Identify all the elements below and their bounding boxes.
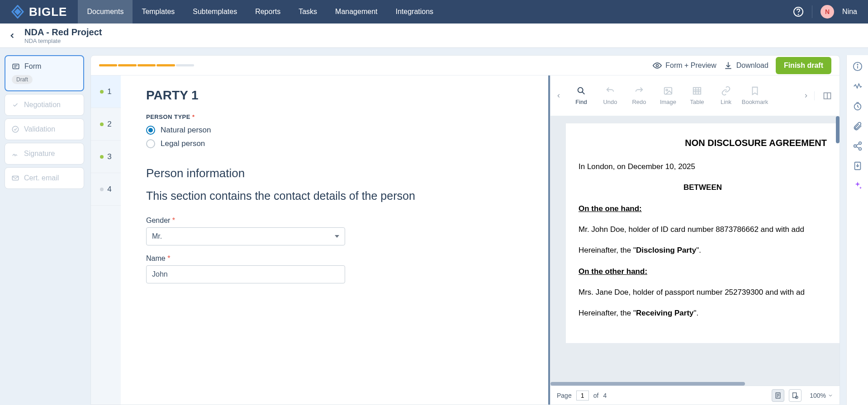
svg-rect-4	[13, 64, 19, 69]
toolbar-layout[interactable]	[814, 91, 840, 100]
svg-rect-14	[693, 88, 701, 94]
mail-icon	[11, 174, 19, 182]
clock-icon[interactable]	[853, 101, 863, 111]
form-icon	[12, 62, 20, 71]
attachment-icon[interactable]	[853, 121, 863, 131]
nav-templates[interactable]: Templates	[133, 0, 184, 24]
check-circle-icon	[11, 125, 19, 133]
activity-icon[interactable]	[853, 81, 863, 91]
radio-label: Natural person	[161, 126, 211, 135]
document-page: NON DISCLOSURE AGREEMENT In London, on D…	[566, 123, 840, 343]
toolbar-next[interactable]	[798, 93, 814, 99]
svg-point-13	[666, 89, 668, 91]
back-icon[interactable]	[8, 32, 16, 40]
svg-point-29	[857, 64, 858, 65]
undo-icon	[605, 86, 615, 96]
help-icon[interactable]	[793, 6, 804, 17]
brand-icon	[11, 5, 24, 19]
doc-scrollbar-h[interactable]	[550, 382, 745, 386]
nav-subtemplates[interactable]: Subtemplates	[184, 0, 246, 24]
page-title: NDA - Red Project	[24, 27, 102, 38]
step-2[interactable]: 2	[91, 108, 121, 141]
nav-reports[interactable]: Reports	[246, 0, 289, 24]
name-input[interactable]	[146, 265, 345, 283]
nav-divider	[812, 5, 812, 18]
nav-tasks[interactable]: Tasks	[289, 0, 326, 24]
breadcrumb: NDA - Red Project NDA template	[0, 24, 868, 48]
nav-management[interactable]: Management	[326, 0, 386, 24]
download-button[interactable]: Download	[724, 61, 768, 70]
step-4[interactable]: 4	[91, 173, 121, 206]
toolbar-prev[interactable]	[550, 93, 567, 99]
radio-label: Legal person	[161, 139, 205, 148]
doc-between: BETWEEN	[579, 182, 827, 193]
main: Form Draft Negotiation Validation Signat…	[0, 48, 868, 405]
form-preview-button[interactable]: Form + Preview	[653, 61, 716, 70]
sidebar-item-validation[interactable]: Validation	[5, 118, 84, 140]
radio-legal-person[interactable]: Legal person	[146, 139, 523, 148]
svg-point-9	[656, 64, 659, 66]
svg-point-36	[859, 148, 861, 151]
toolbar-bookmark[interactable]: Bookmark	[740, 86, 769, 105]
username[interactable]: Nina	[842, 8, 857, 16]
bookmark-icon	[750, 86, 760, 96]
page-label: Page	[557, 392, 572, 399]
nav-items: Documents Templates Subtemplates Reports…	[78, 0, 442, 24]
nav-documents[interactable]: Documents	[78, 0, 133, 24]
zoom-value: 100%	[810, 392, 826, 399]
chevron-down-icon	[828, 393, 833, 398]
sidebar-item-negotiation[interactable]: Negotiation	[5, 94, 84, 116]
status-badge: Draft	[12, 75, 33, 84]
sidebar-item-signature[interactable]: Signature	[5, 143, 84, 165]
svg-line-11	[582, 92, 584, 94]
doc-line: In London, on December 10, 2025	[579, 161, 827, 173]
toolbar-redo[interactable]: Redo	[625, 86, 654, 105]
nav-integrations[interactable]: Integrations	[386, 0, 442, 24]
doc-paragraph: Mrs. Jane Doe, holder of passport number…	[579, 287, 827, 298]
toolbar-find[interactable]: Find	[567, 86, 596, 105]
avatar[interactable]: N	[821, 5, 834, 19]
progress-bar	[99, 64, 194, 66]
step-1[interactable]: 1	[91, 75, 121, 108]
svg-line-32	[858, 107, 859, 108]
sidebar-item-form[interactable]: Form Draft	[5, 55, 84, 91]
svg-marker-1	[14, 9, 21, 15]
radio-natural-person[interactable]: Natural person	[146, 126, 523, 135]
gender-select[interactable]: Mr.	[146, 227, 345, 245]
view-mode-button[interactable]	[772, 389, 784, 402]
document-view[interactable]: NON DISCLOSURE AGREEMENT In London, on D…	[550, 116, 840, 405]
sidebar-item-certemail[interactable]: Cert. email	[5, 167, 84, 189]
image-icon	[663, 86, 673, 96]
toolbar-link[interactable]: Link	[711, 86, 740, 105]
progress-seg	[99, 64, 117, 66]
view-mode-button[interactable]	[789, 389, 802, 402]
section-heading: Person information	[146, 166, 523, 180]
page-of: of	[593, 392, 599, 399]
form-area: PARTY 1 PERSON TYPE * Natural person Leg…	[121, 75, 550, 405]
page-input[interactable]	[576, 391, 589, 400]
download-label: Download	[736, 61, 768, 70]
step-3[interactable]: 3	[91, 141, 121, 173]
progress-seg	[138, 64, 156, 66]
toolbar-image[interactable]: Image	[654, 86, 683, 105]
center-body: 1 2 3 4 PARTY 1 PERSON TYPE * Natural pe…	[91, 75, 840, 405]
preview-wrap: Find Undo Redo Image	[550, 75, 840, 405]
sparkle-icon[interactable]	[853, 181, 863, 191]
download-rail-icon[interactable]	[853, 161, 863, 171]
dot-icon	[100, 90, 104, 94]
doc-scrollbar-v[interactable]	[836, 116, 840, 143]
zoom-control[interactable]: 100%	[806, 392, 833, 399]
doc-paragraph: Mr. John Doe, holder of ID card number 8…	[579, 224, 827, 235]
section-subheading: This section contains the contact detail…	[146, 188, 523, 204]
toolbar-table[interactable]: Table	[683, 86, 711, 105]
dot-icon	[100, 155, 104, 159]
info-icon[interactable]	[853, 61, 863, 71]
toolbar-undo[interactable]: Undo	[596, 86, 625, 105]
progress-seg	[157, 64, 175, 66]
finish-draft-button[interactable]: Finish draft	[776, 57, 831, 74]
brand-logo[interactable]: BIGLE	[0, 5, 78, 19]
share-icon[interactable]	[853, 141, 863, 151]
progress-seg	[118, 64, 136, 66]
breadcrumb-text: NDA - Red Project NDA template	[24, 27, 102, 44]
step-list: 1 2 3 4	[91, 75, 121, 405]
